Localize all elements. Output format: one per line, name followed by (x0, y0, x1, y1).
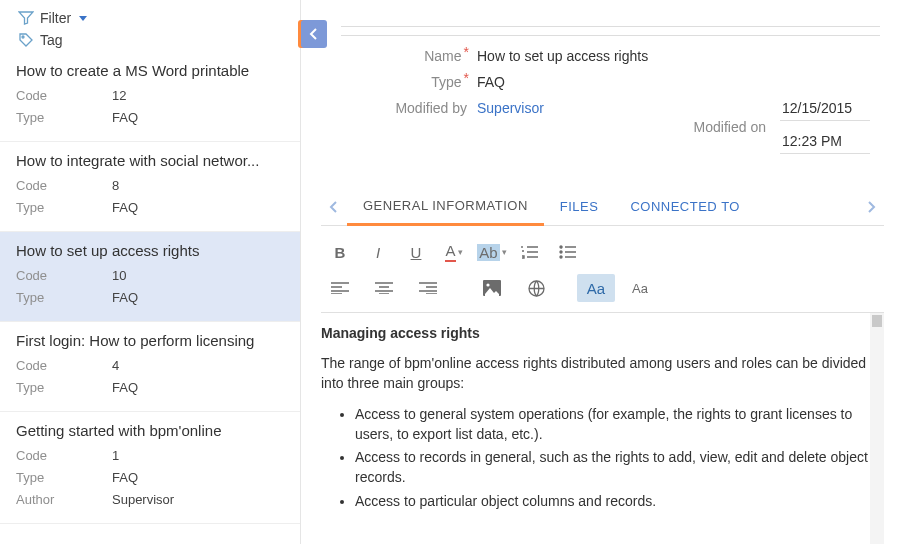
svg-point-5 (486, 283, 489, 286)
modified-date-value[interactable]: 12/15/2015 (780, 100, 870, 121)
name-value[interactable]: How to set up access rights (477, 48, 648, 64)
tab-general-information[interactable]: GENERAL INFORMATION (347, 188, 544, 226)
tabs-prev-button[interactable] (321, 192, 347, 222)
editor-toolbar: B I U A▾ Ab▾ (301, 226, 900, 274)
filter-label: Filter (40, 10, 71, 26)
scrollbar[interactable] (870, 313, 884, 544)
modified-time-value[interactable]: 12:23 PM (780, 133, 870, 154)
filter-icon (18, 10, 34, 26)
list-item-title: How to create a MS Word printable (16, 62, 284, 79)
font-color-button[interactable]: A▾ (435, 238, 473, 266)
tag-label: Tag (40, 32, 63, 48)
align-center-icon (375, 282, 393, 294)
text-style-b-button[interactable]: Aa (621, 274, 659, 302)
insert-image-button[interactable] (473, 274, 511, 302)
article-bullet: Access to records in general, such as th… (355, 447, 880, 488)
svg-point-1 (560, 246, 562, 248)
numbered-list-icon (521, 245, 539, 259)
article-bullet: Access to general system operations (for… (355, 404, 880, 445)
align-right-icon (419, 282, 437, 294)
type-value[interactable]: FAQ (477, 74, 505, 90)
name-label: Name* (361, 48, 477, 64)
bold-button[interactable]: B (321, 238, 359, 266)
align-right-button[interactable] (409, 274, 447, 302)
tabs-bar: GENERAL INFORMATION FILES CONNECTED TO (321, 180, 884, 226)
article-list: How to create a MS Word printableCode12T… (0, 52, 300, 544)
align-left-button[interactable] (321, 274, 359, 302)
tabs-next-button[interactable] (858, 192, 884, 222)
bullet-list-icon (559, 245, 577, 259)
list-item[interactable]: First login: How to perform licensingCod… (0, 322, 300, 412)
image-icon (483, 280, 501, 296)
svg-point-2 (560, 251, 562, 253)
bullet-list-button[interactable] (549, 238, 587, 266)
list-item[interactable]: How to integrate with social networ...Co… (0, 142, 300, 232)
list-item-title: First login: How to perform licensing (16, 332, 284, 349)
numbered-list-button[interactable] (511, 238, 549, 266)
text-style-a-button[interactable]: Aa (577, 274, 615, 302)
filter-action[interactable]: Filter (18, 10, 87, 26)
align-center-button[interactable] (365, 274, 403, 302)
collapse-panel-button[interactable] (301, 20, 327, 48)
modified-by-label: Modified by (361, 100, 477, 116)
tab-connected-to[interactable]: CONNECTED TO (614, 189, 756, 224)
modified-by-value[interactable]: Supervisor (477, 100, 544, 116)
article-intro: The range of bpm'online access rights di… (321, 353, 880, 394)
list-item-title: How to set up access rights (16, 242, 284, 259)
globe-icon (528, 280, 545, 297)
chevron-right-icon (866, 200, 876, 214)
chevron-left-icon (329, 200, 339, 214)
svg-point-0 (22, 36, 24, 38)
italic-button[interactable]: I (359, 238, 397, 266)
article-heading: Managing access rights (321, 325, 880, 341)
article-body[interactable]: Managing access rights The range of bpm'… (321, 313, 884, 544)
chevron-down-icon (79, 16, 87, 21)
align-left-icon (331, 282, 349, 294)
list-item-title: Getting started with bpm'online (16, 422, 284, 439)
highlight-button[interactable]: Ab▾ (473, 238, 511, 266)
article-bullet: Access to particular object columns and … (355, 491, 880, 511)
list-item-title: How to integrate with social networ... (16, 152, 284, 169)
header-divider (341, 26, 880, 36)
modified-on-label: Modified on (694, 119, 766, 135)
type-label: Type* (361, 74, 477, 90)
svg-point-3 (560, 256, 562, 258)
list-item[interactable]: How to create a MS Word printableCode12T… (0, 52, 300, 142)
underline-button[interactable]: U (397, 238, 435, 266)
tag-action[interactable]: Tag (18, 32, 63, 48)
chevron-left-icon (308, 27, 320, 41)
list-item[interactable]: How to set up access rightsCode10TypeFAQ (0, 232, 300, 322)
tag-icon (18, 32, 34, 48)
insert-link-button[interactable] (517, 274, 555, 302)
tab-files[interactable]: FILES (544, 189, 615, 224)
list-item[interactable]: Getting started with bpm'onlineCode1Type… (0, 412, 300, 524)
